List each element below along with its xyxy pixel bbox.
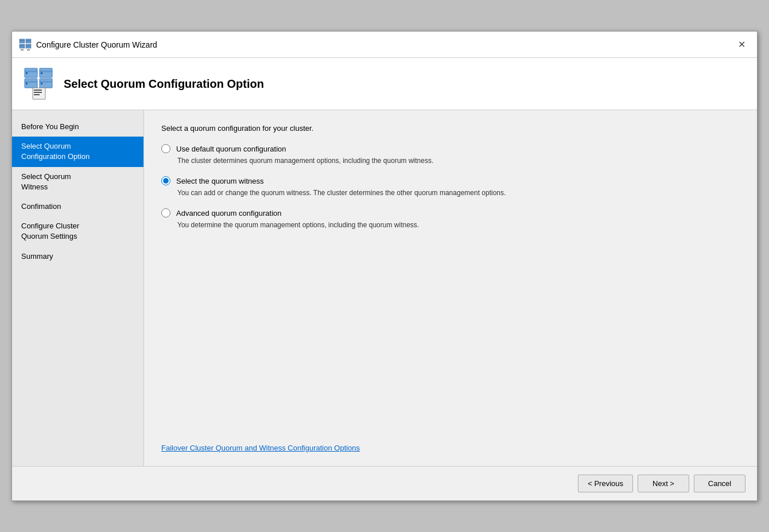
svg-rect-21: [41, 83, 42, 84]
radio-select-witness[interactable]: [161, 176, 170, 185]
wizard-window: Configure Cluster Quorum Wizard ✕: [11, 31, 758, 501]
svg-rect-25: [34, 94, 40, 95]
sidebar-item-confirmation[interactable]: Confimation: [12, 197, 143, 216]
page-title: Select Quorum Configuration Option: [64, 77, 264, 91]
previous-button[interactable]: < Previous: [578, 475, 633, 492]
svg-rect-1: [20, 40, 25, 41]
desc-default-quorum: The cluster determines quorum management…: [177, 156, 740, 166]
label-advanced-quorum[interactable]: Advanced quorum configuration: [176, 209, 282, 218]
radio-advanced-quorum[interactable]: [161, 208, 170, 218]
title-bar-icon: [19, 38, 32, 51]
sidebar-item-select-quorum-config[interactable]: Select QuorumConfiguration Option: [12, 137, 143, 166]
label-select-witness[interactable]: Select the quorum witness: [176, 177, 263, 185]
svg-rect-17: [40, 71, 52, 72]
sidebar: Before You Begin Select QuorumConfigurat…: [12, 110, 144, 466]
svg-rect-8: [21, 49, 24, 51]
help-link[interactable]: Failover Cluster Quorum and Witness Conf…: [161, 432, 740, 452]
option-select-witness: Select the quorum witness You can add or…: [161, 176, 740, 198]
svg-rect-7: [26, 45, 31, 46]
main-content: Select a quorum configuration for your c…: [144, 110, 757, 466]
cancel-button[interactable]: Cancel: [694, 475, 745, 492]
sidebar-item-before-you-begin[interactable]: Before You Begin: [12, 117, 143, 137]
title-bar: Configure Cluster Quorum Wizard ✕: [12, 32, 757, 58]
option-advanced-quorum: Advanced quorum configuration You determ…: [161, 208, 740, 230]
sidebar-item-summary[interactable]: Summary: [12, 247, 143, 266]
option-default-quorum: Use default quorum configuration The clu…: [161, 144, 740, 166]
svg-rect-23: [34, 90, 42, 91]
option-select-witness-row: Select the quorum witness: [161, 176, 740, 185]
svg-rect-11: [25, 71, 37, 72]
next-button[interactable]: Next >: [638, 475, 689, 492]
intro-text: Select a quorum configuration for your c…: [161, 124, 740, 133]
svg-rect-12: [26, 72, 28, 74]
footer: < Previous Next > Cancel: [12, 466, 757, 500]
title-bar-left: Configure Cluster Quorum Wizard: [19, 38, 157, 51]
label-default-quorum[interactable]: Use default quorum configuration: [176, 145, 286, 153]
option-group: Use default quorum configuration The clu…: [161, 144, 740, 230]
sidebar-item-select-quorum-witness[interactable]: Select QuorumWitness: [12, 167, 143, 197]
svg-rect-14: [25, 81, 37, 83]
header-cluster-icon: [24, 67, 55, 100]
option-default-quorum-row: Use default quorum configuration: [161, 144, 740, 153]
svg-rect-20: [40, 81, 52, 83]
svg-rect-5: [20, 45, 25, 46]
option-advanced-quorum-row: Advanced quorum configuration: [161, 208, 740, 218]
desc-advanced-quorum: You determine the quorum management opti…: [177, 220, 740, 230]
content-area: Before You Begin Select QuorumConfigurat…: [12, 110, 757, 466]
svg-rect-3: [26, 40, 31, 41]
svg-rect-9: [27, 49, 30, 51]
svg-rect-15: [26, 83, 28, 84]
close-button[interactable]: ✕: [733, 36, 750, 53]
window-title: Configure Cluster Quorum Wizard: [36, 40, 157, 49]
radio-default-quorum[interactable]: [161, 144, 170, 153]
svg-rect-24: [34, 92, 42, 93]
header-section: Select Quorum Configuration Option: [12, 58, 757, 110]
svg-rect-18: [41, 72, 42, 74]
desc-select-witness: You can add or change the quorum witness…: [177, 188, 740, 198]
sidebar-item-configure-cluster[interactable]: Configure ClusterQuorum Settings: [12, 216, 143, 246]
